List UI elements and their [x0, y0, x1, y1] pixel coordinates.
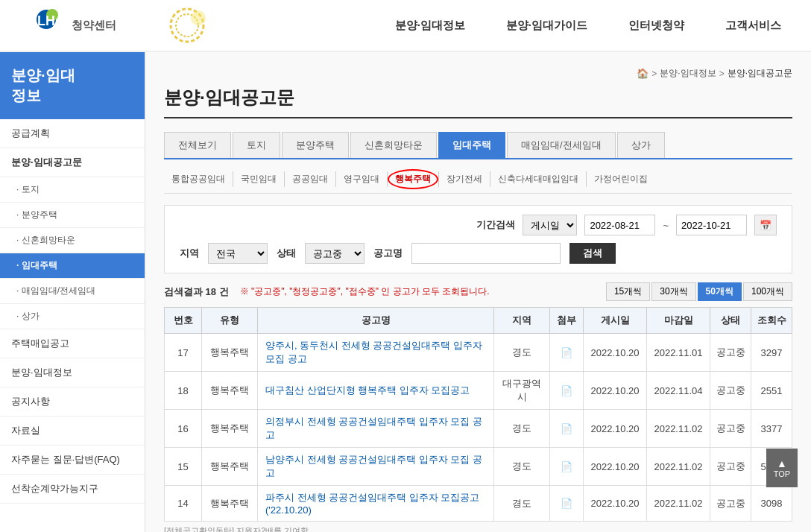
calendar-button[interactable]: 📅: [754, 215, 777, 235]
sidebar-item-1[interactable]: 분양·임대공고문: [0, 148, 145, 177]
sub-tab-group: 통합공공임대 국민임대 공공임대 영구임대 행복주택 장기전세 신축다세대매입임…: [164, 165, 792, 194]
cell-title[interactable]: 남양주시 전세형 공공건설임대주택 입주자 모집 공고: [258, 448, 494, 486]
sidebar-header: 분양·임대 정보: [0, 52, 145, 119]
col-type: 유형: [202, 308, 258, 334]
page-size-15[interactable]: 15개씩: [606, 282, 650, 301]
col-date-end: 마감일: [647, 308, 710, 334]
search-row-period: 기간검색 게시일 ~ 📅: [180, 215, 777, 235]
tab-2[interactable]: 분양주택: [282, 132, 349, 158]
sidebar-item-4[interactable]: · 신혼희망타운: [0, 228, 145, 253]
result-note: ※ "공고중", "청정공고중", "접수중" 인 공고가 모두 조회됩니다.: [240, 285, 490, 298]
svg-point-5: [191, 10, 206, 25]
sub-tab-4[interactable]: 행복주택: [388, 171, 439, 187]
cell-no: 15: [165, 448, 202, 486]
cell-views: 3098: [751, 486, 792, 522]
table-row[interactable]: 14 행복주택 파주시 전세형 공공건설임대주택 입주자 모집공고('22.10…: [165, 486, 792, 522]
header: LH 청약센터 분양·임대정보 분양·임대가이드 인터넷청약 고객서비스: [0, 0, 811, 52]
cell-type: 행복주택: [202, 448, 258, 486]
tab-6[interactable]: 상가: [617, 132, 665, 158]
region-label: 지역: [180, 247, 199, 260]
col-status: 상태: [710, 308, 751, 334]
data-table: 번호 유형 공고명 지역 첨부 게시일 마감일 상태 조회수 17 행복주택 양…: [164, 307, 792, 522]
status-select[interactable]: 공고중: [305, 243, 365, 264]
sidebar-item-11[interactable]: 자료실: [0, 417, 145, 446]
result-info: 검색결과 18 건 ※ "공고중", "청정공고중", "접수중" 인 공고가 …: [164, 282, 792, 301]
col-views: 조회수: [751, 308, 792, 334]
tab-0[interactable]: 전체보기: [164, 132, 231, 158]
sidebar-item-13[interactable]: 선착순계약가능지구: [0, 475, 145, 504]
page-size-100[interactable]: 100개씩: [743, 282, 792, 301]
date-to-input[interactable]: [676, 215, 747, 235]
breadcrumb-separator-1: >: [719, 69, 725, 79]
breadcrumb-path2: 분양·임대공고문: [728, 67, 792, 80]
nav-item-3[interactable]: 고객서비스: [725, 19, 781, 33]
cell-date-end: 2022.11.02: [647, 486, 710, 522]
table-row[interactable]: 18 행복주택 대구침산 산업단지형 행복주택 입주자 모집공고 대구광역시 📄…: [165, 372, 792, 410]
top-button[interactable]: ▲ TOP: [766, 449, 798, 487]
table-row[interactable]: 17 행복주택 양주시, 동두천시 전세형 공공건설임대주택 입주자 모집 공고…: [165, 334, 792, 372]
region-select[interactable]: 전국: [208, 243, 268, 264]
search-row-main: 지역 전국 상태 공고중 공고명 검색: [180, 243, 777, 264]
cell-date-start: 2022.10.20: [584, 486, 647, 522]
table-row[interactable]: 16 행복주택 의정부시 전세형 공공건설임대주택 입주자 모집 공고 경도 📄…: [165, 410, 792, 448]
search-button[interactable]: 검색: [569, 243, 616, 264]
tab-3[interactable]: 신혼희망타운: [350, 132, 437, 158]
sidebar: 분양·임대 정보 공급계획 분양·임대공고문 · 토지 · 분양주택 · 신혼희…: [0, 52, 145, 532]
lh-logo-icon: LH: [30, 9, 66, 42]
cell-title[interactable]: 양주시, 동두천시 전세형 공공건설임대주택 입주자 모집 공고: [258, 334, 494, 372]
page-size-50[interactable]: 50개씩: [698, 282, 742, 301]
sidebar-item-2[interactable]: · 토지: [0, 177, 145, 203]
tab-5[interactable]: 매임임대/전세임대: [507, 132, 616, 158]
table-row[interactable]: 15 행복주택 남양주시 전세형 공공건설임대주택 입주자 모집 공고 경도 📄…: [165, 448, 792, 486]
sub-tab-6[interactable]: 신축다세대매입임대: [490, 171, 587, 187]
cell-attach[interactable]: 📄: [550, 372, 584, 410]
nav-item-1[interactable]: 분양·임대가이드: [506, 19, 587, 33]
cell-date-start: 2022.10.20: [584, 334, 647, 372]
sub-tab-5[interactable]: 장기전세: [439, 171, 490, 187]
date-from-input[interactable]: [584, 215, 655, 235]
cell-title[interactable]: 대구침산 산업단지형 행복주택 입주자 모집공고: [258, 372, 494, 410]
cell-type: 행복주택: [202, 410, 258, 448]
sidebar-item-5[interactable]: · 임대주택: [0, 253, 145, 279]
breadcrumb-path1[interactable]: 분양·임대정보: [660, 67, 716, 80]
nav-item-0[interactable]: 분양·임대정보: [395, 19, 465, 33]
sidebar-item-6[interactable]: · 매임임대/전세임대: [0, 279, 145, 304]
sub-tab-0[interactable]: 통합공공임대: [164, 171, 233, 187]
sub-tab-3[interactable]: 영구임대: [336, 171, 388, 187]
sidebar-item-12[interactable]: 자주묻는 질문·답변(FAQ): [0, 446, 145, 475]
period-type-select[interactable]: 게시일: [523, 215, 577, 235]
cell-attach[interactable]: 📄: [550, 410, 584, 448]
sidebar-item-8[interactable]: 주택매입공고: [0, 329, 145, 358]
tab-1[interactable]: 토지: [233, 132, 280, 158]
sidebar-item-3[interactable]: · 분양주택: [0, 203, 145, 228]
nav-item-2[interactable]: 인터넷청약: [628, 19, 684, 33]
cell-status: 공고중: [710, 334, 751, 372]
cell-title[interactable]: 파주시 전세형 공공건설임대주택 입주자 모집공고('22.10.20): [258, 486, 494, 522]
cell-attach[interactable]: 📄: [550, 334, 584, 372]
cell-date-start: 2022.10.20: [584, 372, 647, 410]
col-no: 번호: [165, 308, 202, 334]
cell-title[interactable]: 의정부시 전세형 공공건설임대주택 입주자 모집 공고: [258, 410, 494, 448]
search-area: 기간검색 게시일 ~ 📅 지역 전국 상태 공고중 공고명: [164, 205, 792, 273]
sidebar-item-10[interactable]: 공지사항: [0, 387, 145, 417]
cell-status: 공고중: [710, 486, 751, 522]
sub-tab-7[interactable]: 가정어린이집: [587, 171, 655, 187]
cell-region: 경도: [494, 410, 550, 448]
cell-no: 14: [165, 486, 202, 522]
top-button-area: ▲ TOP: [766, 449, 798, 487]
col-attach: 첨부: [550, 308, 584, 334]
sub-tab-1[interactable]: 국민임대: [233, 171, 285, 187]
cell-attach[interactable]: 📄: [550, 448, 584, 486]
page-size-30[interactable]: 30개씩: [651, 282, 695, 301]
cell-date-end: 2022.11.04: [647, 372, 710, 410]
sub-tab-2[interactable]: 공공임대: [285, 171, 336, 187]
sidebar-menu: 공급계획 분양·임대공고문 · 토지 · 분양주택 · 신혼희망타운 · 임대주…: [0, 119, 145, 504]
sidebar-item-7[interactable]: · 상가: [0, 304, 145, 329]
sidebar-item-0[interactable]: 공급계획: [0, 119, 145, 148]
cell-status: 공고중: [710, 448, 751, 486]
sidebar-item-9[interactable]: 분양·임대정보: [0, 358, 145, 387]
top-arrow-icon: ▲: [777, 458, 787, 469]
cell-attach[interactable]: 📄: [550, 486, 584, 522]
tab-4[interactable]: 임대주택: [438, 132, 505, 158]
notice-name-input[interactable]: [411, 243, 561, 264]
